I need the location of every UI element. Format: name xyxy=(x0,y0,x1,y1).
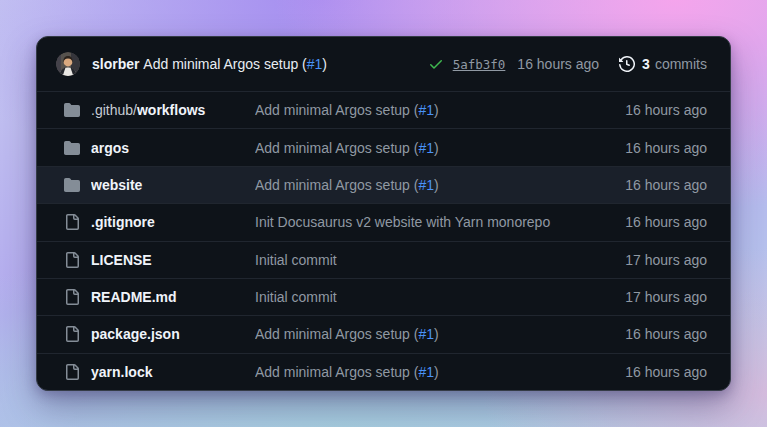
row-commit-time: 16 hours ago xyxy=(625,364,707,380)
commit-message-cell: Init Docusaurus v2 website with Yarn mon… xyxy=(255,214,613,230)
file-name-cell: README.md xyxy=(91,289,255,305)
row-commit-message-link[interactable]: Initial commit xyxy=(255,252,337,268)
row-commit-message-suffix: ) xyxy=(434,140,439,156)
file-name-link[interactable]: .gitignore xyxy=(91,214,155,230)
row-commit-message-suffix: ) xyxy=(434,102,439,118)
row-commit-message-link[interactable]: Init Docusaurus v2 website with Yarn mon… xyxy=(255,214,550,230)
commit-message-cell: Add minimal Argos setup (#1) xyxy=(255,177,613,193)
commit-message-cell: Add minimal Argos setup (#1) xyxy=(255,140,613,156)
pr-link[interactable]: #1 xyxy=(307,56,323,72)
latest-commit-time: 16 hours ago xyxy=(517,56,599,72)
commit-message-cell: Initial commit xyxy=(255,289,613,305)
row-commit-message-link[interactable]: Add minimal Argos setup ( xyxy=(255,102,418,118)
commit-status-group: 5afb3f0 16 hours ago 3commits xyxy=(428,56,707,72)
row-commit-time: 16 hours ago xyxy=(625,140,707,156)
file-row[interactable]: README.md Initial commit 17 hours ago xyxy=(37,278,730,315)
file-row[interactable]: package.json Add minimal Argos setup (#1… xyxy=(37,315,730,352)
row-commit-time: 17 hours ago xyxy=(625,289,707,305)
author-link[interactable]: slorber xyxy=(92,56,139,72)
row-commit-message-link[interactable]: Add minimal Argos setup ( xyxy=(255,140,418,156)
file-row[interactable]: .gitignore Init Docusaurus v2 website wi… xyxy=(37,203,730,240)
row-commit-message-link[interactable]: Add minimal Argos setup ( xyxy=(255,177,418,193)
row-pr-link[interactable]: #1 xyxy=(418,177,434,193)
folder-icon xyxy=(64,102,80,118)
commits-history-link[interactable]: 3commits xyxy=(642,56,707,72)
file-icon xyxy=(64,252,80,268)
row-commit-time: 16 hours ago xyxy=(625,177,707,193)
file-path-prefix-link[interactable]: .github/ xyxy=(91,102,137,118)
row-commit-message-link[interactable]: Add minimal Argos setup ( xyxy=(255,326,418,342)
row-pr-link[interactable]: #1 xyxy=(418,364,434,380)
row-pr-link[interactable]: #1 xyxy=(418,326,434,342)
checks-passed-icon[interactable] xyxy=(428,56,444,72)
github-file-browser-card: slorber Add minimal Argos setup (#1) 5af… xyxy=(36,36,731,391)
row-pr-link[interactable]: #1 xyxy=(418,140,434,156)
commits-count: 3 xyxy=(642,56,650,72)
file-icon xyxy=(64,326,80,342)
file-name-cell: website xyxy=(91,177,255,193)
file-name-cell: LICENSE xyxy=(91,252,255,268)
commits-label: commits xyxy=(655,56,707,72)
commit-message-cell: Add minimal Argos setup (#1) xyxy=(255,364,613,380)
file-row[interactable]: LICENSE Initial commit 17 hours ago xyxy=(37,241,730,278)
folder-icon xyxy=(64,177,80,193)
file-name-link[interactable]: README.md xyxy=(91,289,177,305)
file-name-link[interactable]: LICENSE xyxy=(91,252,152,268)
latest-commit-header: slorber Add minimal Argos setup (#1) 5af… xyxy=(37,37,730,91)
file-name-link[interactable]: argos xyxy=(91,140,129,156)
file-row[interactable]: argos Add minimal Argos setup (#1) 16 ho… xyxy=(37,128,730,165)
commit-hash-link[interactable]: 5afb3f0 xyxy=(453,57,506,72)
author-avatar[interactable] xyxy=(56,52,80,76)
row-commit-time: 16 hours ago xyxy=(625,214,707,230)
commit-message-cell: Add minimal Argos setup (#1) xyxy=(255,102,613,118)
file-name-link[interactable]: package.json xyxy=(91,326,180,342)
file-name-cell: .github/workflows xyxy=(91,102,255,118)
folder-icon xyxy=(64,140,80,156)
latest-commit-message: slorber Add minimal Argos setup (#1) xyxy=(92,56,327,72)
file-icon xyxy=(64,214,80,230)
file-name-cell: argos xyxy=(91,140,255,156)
row-commit-message-link[interactable]: Add minimal Argos setup ( xyxy=(255,364,418,380)
commit-message-text: Add minimal Argos setup ( xyxy=(143,56,306,72)
file-row[interactable]: yarn.lock Add minimal Argos setup (#1) 1… xyxy=(37,353,730,390)
file-name-cell: .gitignore xyxy=(91,214,255,230)
file-name-link[interactable]: yarn.lock xyxy=(91,364,152,380)
file-list: .github/workflows Add minimal Argos setu… xyxy=(37,91,730,390)
row-commit-time: 16 hours ago xyxy=(625,326,707,342)
row-commit-message-suffix: ) xyxy=(434,177,439,193)
row-commit-time: 16 hours ago xyxy=(625,102,707,118)
file-name-cell: yarn.lock xyxy=(91,364,255,380)
row-pr-link[interactable]: #1 xyxy=(418,102,434,118)
file-name-link[interactable]: website xyxy=(91,177,142,193)
page-background: slorber Add minimal Argos setup (#1) 5af… xyxy=(0,0,767,427)
row-commit-time: 17 hours ago xyxy=(625,252,707,268)
file-icon xyxy=(64,364,80,380)
file-row[interactable]: website Add minimal Argos setup (#1) 16 … xyxy=(37,166,730,203)
history-icon xyxy=(619,56,635,72)
row-commit-message-link[interactable]: Initial commit xyxy=(255,289,337,305)
file-name-link[interactable]: workflows xyxy=(137,102,205,118)
row-commit-message-suffix: ) xyxy=(434,326,439,342)
file-icon xyxy=(64,289,80,305)
row-commit-message-suffix: ) xyxy=(434,364,439,380)
file-row[interactable]: .github/workflows Add minimal Argos setu… xyxy=(37,91,730,128)
file-name-cell: package.json xyxy=(91,326,255,342)
commit-message-suffix: ) xyxy=(322,56,327,72)
commit-message-cell: Initial commit xyxy=(255,252,613,268)
commit-message-cell: Add minimal Argos setup (#1) xyxy=(255,326,613,342)
